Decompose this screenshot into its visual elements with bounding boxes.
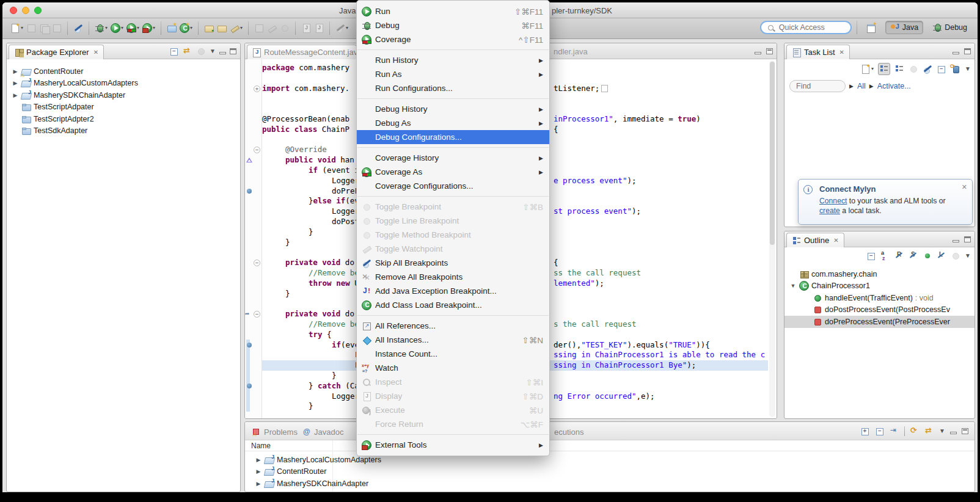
display-button[interactable] [301,23,311,33]
activate-expander-icon[interactable]: ▶ [869,83,874,89]
ext-tools-button[interactable]: ▾ [142,23,155,33]
view-menu-button[interactable]: ▼ [965,253,971,259]
new-task-button[interactable]: ▾ [861,64,874,74]
tab-javadoc[interactable]: Javadoc [298,424,348,439]
menu-item-debug[interactable]: Debug⌘F11 [357,18,549,32]
close-view-icon[interactable]: ✕ [833,237,838,244]
minimize-view-button[interactable] [219,52,226,54]
menu-item-skip-all-breakpoints[interactable]: Skip All Breakpoints [357,256,549,270]
filter-button[interactable] [890,426,899,436]
maximize-view-button[interactable] [962,428,968,434]
outline-dopreprocessevent-preprocessever[interactable]: doPreProcessEvent(PreProcessEver [784,316,975,328]
synchronize-button[interactable] [951,64,960,74]
outline-dopostprocessevent-postprocessev[interactable]: doPostProcessEvent(PostProcessEv [784,304,975,316]
link-with-editor-button[interactable] [924,426,934,436]
view-menu-button[interactable]: ▼ [965,66,971,72]
coverage-button[interactable]: ▾ [126,23,139,33]
menu-item-display[interactable]: Display⇧⌘D [357,389,549,403]
skip-breakpoints-button[interactable]: ▾ [335,23,348,33]
hide-static-button[interactable] [909,251,918,261]
menu-item-coverage[interactable]: Coverage^⇧F11 [357,32,549,46]
collapse-all-button[interactable] [875,426,885,436]
last-edit-marker[interactable] [246,311,253,318]
hide-non-public-button[interactable] [923,251,932,261]
editor-tab-handler[interactable]: ndler.java [554,47,588,56]
presentation-button[interactable] [909,64,918,74]
print-button[interactable] [52,23,62,33]
display-button[interactable] [314,23,324,33]
menu-item-toggle-watchpoint[interactable]: Toggle Watchpoint [357,242,549,256]
editor-scrollbar[interactable] [769,60,775,417]
new-class-button[interactable]: ▾ [180,23,192,33]
open-perspective-button[interactable] [862,21,880,34]
menu-item-coverage-as[interactable]: Coverage As▶ [357,165,549,179]
minimize-window-button[interactable] [22,7,29,14]
link-with-editor-button[interactable] [183,46,192,56]
hide-completed-button[interactable] [923,64,932,74]
open-type-button[interactable] [204,23,214,33]
menu-item-execute[interactable]: Execute⌘U [357,403,549,417]
editor-gutter[interactable] [245,59,262,418]
editor-tab-routemessagecontent[interactable]: RouteMessageContent.jav [247,45,357,59]
quick-access-box[interactable] [760,21,852,34]
project-testsdkadapter[interactable]: TestSdkAdapter [7,125,240,137]
view-menu-button[interactable]: ▼ [939,428,945,434]
outline-chainprocessor1[interactable]: ▼ChainProcessor1 [784,280,975,293]
menu-item-inspect[interactable]: Inspect⇧⌘I [357,375,549,389]
focus-on-task-button[interactable] [196,46,206,56]
minimize-view-button[interactable] [953,52,959,54]
focus-button[interactable] [280,23,290,33]
menu-item-coverage-history[interactable]: Coverage History▶ [357,151,549,165]
menu-item-all-instances[interactable]: All Instances...⇧⌘N [357,333,549,347]
all-expander-icon[interactable]: ▶ [849,83,854,89]
menu-item-debug-history[interactable]: Debug History▶ [357,102,549,116]
menu-item-force-return[interactable]: Force Return⌥⌘F [357,417,549,431]
collapse-all-button[interactable] [937,64,946,74]
expander-icon[interactable]: ▶ [12,80,19,86]
menu-item-all-references[interactable]: All References... [357,319,549,333]
collapse-all-button[interactable] [169,46,179,56]
override-marker[interactable] [246,157,253,164]
quick-access-input[interactable] [778,23,845,32]
menu-item-toggle-line-breakpoint[interactable]: Toggle Line Breakpoint [357,214,549,228]
project-contentrouter[interactable]: ▶ContentRouter [7,65,240,78]
outline-com-mashery-chain[interactable]: com.mashery.chain [784,268,975,280]
breakpoint-marker[interactable] [246,342,253,349]
tab-problems[interactable]: Problems [247,424,302,439]
new-wizard-button[interactable]: ▾ [10,23,23,33]
focus-button[interactable] [951,251,960,261]
menu-item-remove-all-breakpoints[interactable]: Remove All Breakpoints [357,270,549,284]
menu-item-debug-as[interactable]: Debug As▶ [357,116,549,130]
task-filter-all-link[interactable]: All [857,82,866,90]
close-popup-icon[interactable]: ✕ [962,183,967,191]
project-masherylocalcustomadapters[interactable]: ▶MasheryLocalCustomAdapters [7,78,240,90]
expander-icon[interactable]: ▶ [12,92,19,98]
menu-item-run-configurations[interactable]: Run Configurations... [357,81,549,95]
outline-handleevent-trafficevent[interactable]: handleEvent(TrafficEvent) : void [784,292,975,304]
zoom-window-button[interactable] [34,7,42,14]
tab-task-list[interactable]: Task List ✕ [786,45,850,59]
open-resource-button[interactable] [217,23,227,33]
collapse-all-button[interactable] [866,251,876,261]
tab-outline[interactable]: Outline ✕ [786,233,844,247]
maximize-view-button[interactable] [964,48,971,54]
expander-icon[interactable]: ▶ [255,457,262,463]
expand-all-button[interactable] [860,426,870,436]
folded-region-icon[interactable] [601,85,608,92]
task-activate-link[interactable]: Activate... [877,82,911,90]
save-button[interactable] [254,23,264,33]
menu-item-coverage-configurations[interactable]: Coverage Configurations... [357,179,549,193]
expand-fold-icon[interactable]: + [254,85,260,92]
task-find-input[interactable] [789,80,846,92]
project-masherysdkchainadapter[interactable]: ▶MasherySDKChainAdapter [7,89,240,101]
create-task-link[interactable]: create [819,206,840,215]
scheduled-view-button[interactable] [894,64,904,74]
maximize-editor-button[interactable] [766,48,773,54]
minimize-view-button[interactable] [950,432,957,434]
menu-item-add-java-exception-breakpoint[interactable]: Add Java Exception Breakpoint... [357,284,549,298]
menu-item-run-as[interactable]: Run As▶ [357,67,549,81]
menu-item-debug-configurations[interactable]: Debug Configurations... [357,130,549,144]
sort-button[interactable] [880,251,890,261]
menu-item-external-tools[interactable]: External Tools▶ [357,438,549,452]
search-button[interactable] [267,23,277,33]
